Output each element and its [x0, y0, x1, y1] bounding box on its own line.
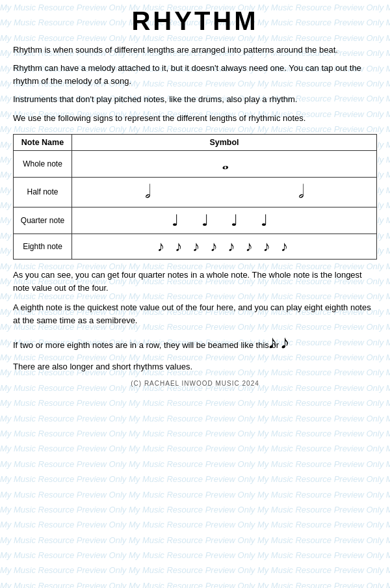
col-header-name: Note Name — [14, 134, 72, 150]
half-note-symbol-right: 𝅗𝅥 — [298, 181, 304, 202]
intro-p1: Rhythm is when sounds of different lengt… — [13, 44, 377, 57]
intro-p3: Instruments that don't play pitched note… — [13, 93, 377, 106]
quarter-note-symbol-cell: ♩ ♩ ♩ ♩ — [72, 207, 377, 234]
table-row-half: Half note 𝅗𝅥 𝅗𝅥 — [14, 177, 377, 207]
whole-note-symbol: 𝅝 — [222, 155, 227, 172]
intro-p4: We use the following signs to represent … — [13, 112, 377, 125]
watermark-line: My Music Resource Preview Only My Music … — [0, 517, 390, 532]
intro-section: Rhythm is when sounds of different lengt… — [13, 44, 377, 125]
page-content: RHYTHM Rhythm is when sounds of differen… — [0, 0, 390, 400]
watermark-line: My Music Resource Preview Only My Music … — [0, 548, 390, 563]
watermark-line: My Music Resource Preview Only My Music … — [0, 411, 390, 426]
note-table: Note Name Symbol Whole note 𝅝 Half note … — [13, 134, 377, 260]
watermark-line: My Music Resource Preview Only My Music … — [0, 457, 390, 472]
watermark-line: My Music Resource Preview Only My Music … — [0, 441, 390, 456]
half-note-name: Half note — [14, 177, 72, 207]
bottom-p2: A eighth note is the quickest note value… — [13, 301, 377, 327]
bottom-p3-text: If two or more eighth notes are in a row… — [13, 340, 269, 350]
watermark-line: My Music Resource Preview Only My Music … — [0, 472, 390, 487]
watermark-line: My Music Resource Preview Only My Music … — [0, 426, 390, 441]
watermark-line: My Music Resource Preview Only My Music … — [0, 533, 390, 548]
bottom-section: As you can see, you can get four quarter… — [13, 269, 377, 374]
watermark-line: My Music Resource Preview Only My Music … — [0, 502, 390, 517]
table-row-eighth: Eighth note ♪ ♪ ♪ ♪ ♪ ♪ ♪ ♪ — [14, 234, 377, 259]
half-note-symbol-left: 𝅗𝅥 — [145, 181, 150, 202]
quarter-note-name: Quarter note — [14, 207, 72, 234]
watermark-line: My Music Resource Preview Only My Music … — [0, 563, 390, 578]
col-header-symbol: Symbol — [72, 134, 377, 150]
half-note-symbol-cell: 𝅗𝅥 𝅗𝅥 — [72, 177, 377, 207]
bottom-p1: As you can see, you can get four quarter… — [13, 269, 377, 295]
eighth-note-name: Eighth note — [14, 234, 72, 259]
watermark-line: My Music Resource Preview Only My Music … — [0, 487, 390, 502]
whole-note-symbol-cell: 𝅝 — [72, 150, 377, 177]
table-row-quarter: Quarter note ♩ ♩ ♩ ♩ — [14, 207, 377, 234]
footer: (C) RACHAEL INWOOD MUSIC 2024 — [13, 380, 377, 387]
watermark-line: My Music Resource Preview Only My Music … — [0, 578, 390, 588]
bottom-p4: There are also longer and short rhythms … — [13, 360, 377, 373]
table-row-whole: Whole note 𝅝 — [14, 150, 377, 177]
intro-p2: Rhythm can have a melody attached to it,… — [13, 62, 377, 88]
page-title: RHYTHM — [13, 7, 377, 36]
whole-note-name: Whole note — [14, 150, 72, 177]
quarter-note-symbols: ♩ ♩ ♩ ♩ — [172, 211, 277, 229]
eighth-note-symbols: ♪ ♪ ♪ ♪ ♪ ♪ ♪ ♪ — [157, 238, 291, 254]
bottom-p3: If two or more eighth notes are in a row… — [13, 334, 377, 354]
eighth-note-symbol-cell: ♪ ♪ ♪ ♪ ♪ ♪ ♪ ♪ — [72, 234, 377, 259]
